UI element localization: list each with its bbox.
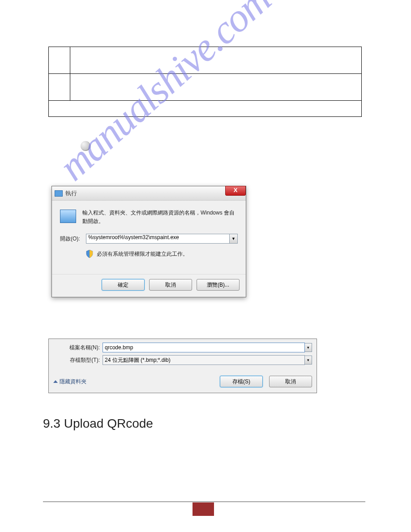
hide-folders-toggle[interactable]: 隱藏資料夾	[53, 378, 86, 386]
filename-value: qrcode.bmp	[105, 344, 133, 351]
save-cancel-button[interactable]: 取消	[269, 376, 312, 387]
shield-icon	[86, 250, 93, 258]
admin-warning-text: 必須有系統管理權限才能建立此工作。	[97, 250, 188, 258]
save-button[interactable]: 存檔(S)	[220, 376, 263, 387]
page-number-box	[193, 502, 214, 516]
windows-start-icon	[81, 141, 90, 151]
save-dialog-footer: 檔案名稱(N): qrcode.bmp ▾ 存檔類型(T): 24 位元點陣圖 …	[48, 339, 317, 393]
filename-input[interactable]: qrcode.bmp	[103, 343, 305, 352]
layout-table	[48, 47, 362, 117]
ok-button[interactable]: 確定	[102, 279, 145, 291]
filetype-value: 24 位元點陣圖 (*.bmp;*.dib)	[105, 356, 171, 364]
hide-folders-label: 隱藏資料夾	[60, 378, 86, 386]
close-button[interactable]: X	[225, 186, 246, 196]
filetype-dropdown-arrow-icon[interactable]: ▾	[305, 356, 312, 365]
cancel-button[interactable]: 取消	[149, 279, 192, 291]
run-prompt-icon	[60, 210, 76, 223]
run-dialog-title: 執行	[65, 189, 77, 197]
browse-button[interactable]: 瀏覽(B)...	[197, 279, 240, 291]
filetype-label: 存檔類型(T):	[53, 356, 103, 364]
run-dialog-icon	[55, 190, 63, 197]
run-dialog-titlebar: 執行 X	[52, 186, 246, 201]
chevron-up-icon	[53, 380, 58, 383]
run-dialog-footer: 確定 取消 瀏覽(B)...	[52, 274, 246, 297]
run-dialog: 執行 X 輸入程式、資料夾、文件或網際網路資源的名稱，Windows 會自動開啟…	[51, 186, 246, 297]
section-heading: 9.3 Upload QRcode	[43, 416, 153, 431]
filename-dropdown-arrow-icon[interactable]: ▾	[305, 343, 312, 352]
open-input-value: %systemroot%\system32\mspaint.exe	[88, 234, 179, 240]
open-input[interactable]: %systemroot%\system32\mspaint.exe	[86, 234, 230, 244]
filetype-input[interactable]: 24 位元點陣圖 (*.bmp;*.dib)	[103, 355, 305, 365]
footer-rule	[43, 502, 365, 502]
run-dialog-description: 輸入程式、資料夾、文件或網際網路資源的名稱，Windows 會自動開啟。	[82, 209, 238, 226]
filename-label: 檔案名稱(N):	[53, 344, 103, 352]
open-label: 開啟(O):	[60, 235, 86, 243]
open-dropdown-arrow-icon[interactable]: ▼	[230, 234, 238, 244]
